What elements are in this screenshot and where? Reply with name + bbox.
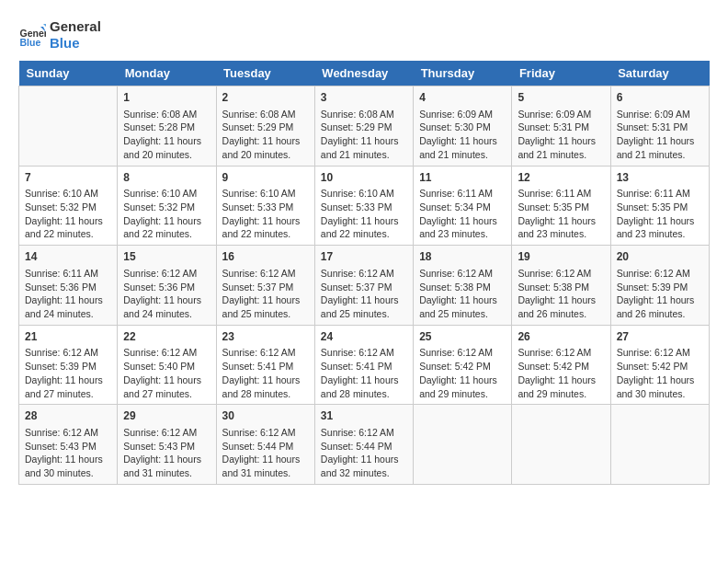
calendar-cell: 18Sunrise: 6:12 AM Sunset: 5:38 PM Dayli…: [414, 246, 512, 326]
day-number: 23: [222, 329, 309, 345]
day-number: 3: [321, 90, 407, 106]
calendar-cell: 29Sunrise: 6:12 AM Sunset: 5:43 PM Dayli…: [118, 405, 216, 485]
day-number: 22: [123, 329, 210, 345]
day-content: Sunrise: 6:12 AM Sunset: 5:39 PM Dayligh…: [617, 267, 703, 321]
calendar-cell: 9Sunrise: 6:10 AM Sunset: 5:33 PM Daylig…: [216, 166, 314, 246]
calendar-cell: 21Sunrise: 6:12 AM Sunset: 5:39 PM Dayli…: [19, 325, 118, 405]
calendar-cell: 27Sunrise: 6:12 AM Sunset: 5:42 PM Dayli…: [610, 325, 709, 405]
day-content: Sunrise: 6:12 AM Sunset: 5:38 PM Dayligh…: [518, 267, 604, 321]
header-thursday: Thursday: [414, 61, 512, 86]
day-content: Sunrise: 6:12 AM Sunset: 5:41 PM Dayligh…: [321, 346, 407, 400]
day-content: Sunrise: 6:12 AM Sunset: 5:43 PM Dayligh…: [25, 426, 111, 480]
calendar-cell: 6Sunrise: 6:09 AM Sunset: 5:31 PM Daylig…: [610, 86, 709, 167]
header-tuesday: Tuesday: [216, 61, 314, 86]
calendar-cell: 3Sunrise: 6:08 AM Sunset: 5:29 PM Daylig…: [314, 86, 413, 167]
day-content: Sunrise: 6:12 AM Sunset: 5:39 PM Dayligh…: [25, 346, 111, 400]
calendar-cell: [19, 86, 118, 167]
day-number: 5: [518, 90, 604, 106]
day-content: Sunrise: 6:12 AM Sunset: 5:40 PM Dayligh…: [123, 346, 210, 400]
day-content: Sunrise: 6:12 AM Sunset: 5:41 PM Dayligh…: [222, 346, 309, 400]
day-number: 18: [419, 249, 506, 265]
header-friday: Friday: [512, 61, 610, 86]
calendar-cell: 25Sunrise: 6:12 AM Sunset: 5:42 PM Dayli…: [414, 325, 512, 405]
day-content: Sunrise: 6:09 AM Sunset: 5:31 PM Dayligh…: [518, 108, 604, 162]
day-content: Sunrise: 6:11 AM Sunset: 5:35 PM Dayligh…: [617, 187, 703, 241]
day-content: Sunrise: 6:12 AM Sunset: 5:36 PM Dayligh…: [123, 267, 210, 321]
header-sunday: Sunday: [19, 61, 118, 86]
day-content: Sunrise: 6:10 AM Sunset: 5:33 PM Dayligh…: [321, 187, 407, 241]
calendar-cell: 23Sunrise: 6:12 AM Sunset: 5:41 PM Dayli…: [216, 325, 314, 405]
calendar-cell: 1Sunrise: 6:08 AM Sunset: 5:28 PM Daylig…: [118, 86, 216, 167]
day-number: 27: [617, 329, 703, 345]
day-number: 13: [617, 170, 703, 186]
day-number: 4: [419, 90, 506, 106]
day-number: 25: [419, 329, 506, 345]
day-number: 21: [25, 329, 111, 345]
calendar-cell: 15Sunrise: 6:12 AM Sunset: 5:36 PM Dayli…: [118, 246, 216, 326]
calendar-cell: [414, 405, 512, 485]
day-number: 1: [123, 90, 210, 106]
calendar-cell: [512, 405, 610, 485]
calendar-week-row: 28Sunrise: 6:12 AM Sunset: 5:43 PM Dayli…: [19, 405, 710, 485]
day-content: Sunrise: 6:09 AM Sunset: 5:30 PM Dayligh…: [419, 108, 506, 162]
calendar-cell: 16Sunrise: 6:12 AM Sunset: 5:37 PM Dayli…: [216, 246, 314, 326]
calendar-week-row: 21Sunrise: 6:12 AM Sunset: 5:39 PM Dayli…: [19, 325, 710, 405]
calendar-cell: 8Sunrise: 6:10 AM Sunset: 5:32 PM Daylig…: [118, 166, 216, 246]
logo-text-general: General: [50, 18, 101, 35]
calendar-cell: 17Sunrise: 6:12 AM Sunset: 5:37 PM Dayli…: [314, 246, 413, 326]
day-number: 29: [123, 408, 210, 424]
day-content: Sunrise: 6:11 AM Sunset: 5:34 PM Dayligh…: [419, 187, 506, 241]
day-number: 31: [321, 408, 407, 424]
day-content: Sunrise: 6:12 AM Sunset: 5:42 PM Dayligh…: [518, 346, 604, 400]
day-number: 2: [222, 90, 309, 106]
day-content: Sunrise: 6:08 AM Sunset: 5:28 PM Dayligh…: [123, 108, 210, 162]
calendar-week-row: 14Sunrise: 6:11 AM Sunset: 5:36 PM Dayli…: [19, 246, 710, 326]
calendar-cell: 2Sunrise: 6:08 AM Sunset: 5:29 PM Daylig…: [216, 86, 314, 167]
day-content: Sunrise: 6:11 AM Sunset: 5:35 PM Dayligh…: [518, 187, 604, 241]
calendar-cell: 24Sunrise: 6:12 AM Sunset: 5:41 PM Dayli…: [314, 325, 413, 405]
day-number: 8: [123, 170, 210, 186]
day-number: 24: [321, 329, 407, 345]
calendar-cell: 14Sunrise: 6:11 AM Sunset: 5:36 PM Dayli…: [19, 246, 118, 326]
calendar-cell: 12Sunrise: 6:11 AM Sunset: 5:35 PM Dayli…: [512, 166, 610, 246]
day-content: Sunrise: 6:10 AM Sunset: 5:33 PM Dayligh…: [222, 187, 309, 241]
day-number: 26: [518, 329, 604, 345]
day-number: 9: [222, 170, 309, 186]
day-number: 14: [25, 249, 111, 265]
day-number: 7: [25, 170, 111, 186]
calendar-cell: 13Sunrise: 6:11 AM Sunset: 5:35 PM Dayli…: [610, 166, 709, 246]
calendar-cell: 28Sunrise: 6:12 AM Sunset: 5:43 PM Dayli…: [19, 405, 118, 485]
day-number: 16: [222, 249, 309, 265]
day-number: 19: [518, 249, 604, 265]
day-content: Sunrise: 6:12 AM Sunset: 5:37 PM Dayligh…: [321, 267, 407, 321]
day-number: 11: [419, 170, 506, 186]
day-content: Sunrise: 6:08 AM Sunset: 5:29 PM Dayligh…: [222, 108, 309, 162]
calendar-cell: 7Sunrise: 6:10 AM Sunset: 5:32 PM Daylig…: [19, 166, 118, 246]
day-content: Sunrise: 6:11 AM Sunset: 5:36 PM Dayligh…: [25, 267, 111, 321]
page-header: General Blue General Blue: [18, 18, 710, 52]
calendar-week-row: 7Sunrise: 6:10 AM Sunset: 5:32 PM Daylig…: [19, 166, 710, 246]
calendar-cell: 20Sunrise: 6:12 AM Sunset: 5:39 PM Dayli…: [610, 246, 709, 326]
calendar-cell: 31Sunrise: 6:12 AM Sunset: 5:44 PM Dayli…: [314, 405, 413, 485]
day-number: 12: [518, 170, 604, 186]
day-content: Sunrise: 6:08 AM Sunset: 5:29 PM Dayligh…: [321, 108, 407, 162]
calendar-cell: 5Sunrise: 6:09 AM Sunset: 5:31 PM Daylig…: [512, 86, 610, 167]
header-monday: Monday: [118, 61, 216, 86]
logo-icon: General Blue: [18, 21, 46, 49]
calendar-cell: [610, 405, 709, 485]
day-content: Sunrise: 6:12 AM Sunset: 5:42 PM Dayligh…: [617, 346, 703, 400]
day-number: 20: [617, 249, 703, 265]
calendar-header-row: SundayMondayTuesdayWednesdayThursdayFrid…: [19, 61, 710, 86]
day-content: Sunrise: 6:10 AM Sunset: 5:32 PM Dayligh…: [25, 187, 111, 241]
day-content: Sunrise: 6:12 AM Sunset: 5:44 PM Dayligh…: [321, 426, 407, 480]
calendar-cell: 11Sunrise: 6:11 AM Sunset: 5:34 PM Dayli…: [414, 166, 512, 246]
header-saturday: Saturday: [610, 61, 709, 86]
day-number: 6: [617, 90, 703, 106]
calendar-cell: 10Sunrise: 6:10 AM Sunset: 5:33 PM Dayli…: [314, 166, 413, 246]
logo: General Blue General Blue: [18, 18, 101, 52]
day-content: Sunrise: 6:10 AM Sunset: 5:32 PM Dayligh…: [123, 187, 210, 241]
calendar-cell: 4Sunrise: 6:09 AM Sunset: 5:30 PM Daylig…: [414, 86, 512, 167]
calendar-cell: 26Sunrise: 6:12 AM Sunset: 5:42 PM Dayli…: [512, 325, 610, 405]
day-content: Sunrise: 6:12 AM Sunset: 5:42 PM Dayligh…: [419, 346, 506, 400]
day-content: Sunrise: 6:12 AM Sunset: 5:37 PM Dayligh…: [222, 267, 309, 321]
